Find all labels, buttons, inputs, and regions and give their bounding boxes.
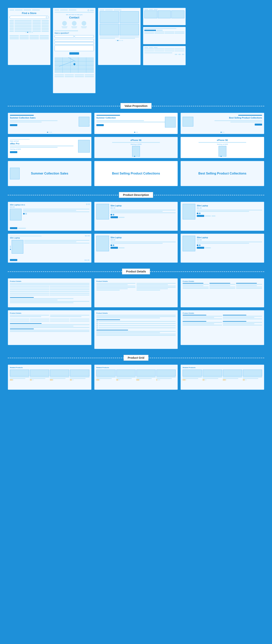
detail-title-1: Product Details xyxy=(10,280,89,282)
xmac-pro-title: xMac Pro xyxy=(10,142,89,145)
product-thumb-2 xyxy=(30,370,49,376)
price-badge-1: $14.99 xyxy=(85,235,90,237)
related-products-title-1: Related Products xyxy=(10,367,89,368)
xphone-se-title-2: xPhone SE xyxy=(183,139,262,141)
cta-button-1[interactable] xyxy=(10,124,17,126)
product-grid-divider: Product Grid xyxy=(4,355,268,361)
related-products-card-3: Related Products xyxy=(180,364,264,390)
vp-row-2: New arrival xMac Pro Starting at $299 xP… xyxy=(8,137,264,158)
vp-row-3: Summer Collection Sales Best Selling Pro… xyxy=(8,161,264,186)
vp-row-1: Summer Collection Sales › ‹ Summer Colle… xyxy=(8,113,264,134)
contact-card: We are here to help you Contact xyxy=(53,8,96,93)
detail-card-5: Product Details xyxy=(94,310,178,349)
best-selling-large-title-2: Best Selling Product Collections xyxy=(198,172,246,176)
xphone-image-2 xyxy=(218,146,226,157)
product-details-label: Product Details xyxy=(122,268,150,274)
slim-laptop-small-title: Slim Laptop xyxy=(10,237,89,239)
det-row-2: Product Details xyxy=(8,310,264,349)
product-thumb-1 xyxy=(10,370,29,376)
cta-button-2[interactable] xyxy=(96,124,104,126)
product-image-2 xyxy=(165,117,176,128)
best-selling-large-card-2: Best Selling Product Collections xyxy=(180,161,264,186)
xphone-se-card-1: xPhone SE Starting at $399 xyxy=(94,137,178,158)
pd-row-2: $14.99 Slim Laptop xyxy=(8,234,264,263)
product-details-divider: Product Details xyxy=(4,268,268,274)
summer-sales-large-card: Summer Collection Sales xyxy=(8,161,92,186)
value-proposition-section: Summer Collection Sales › ‹ Summer Colle… xyxy=(4,113,268,186)
slim-laptop-right-title-1: Slim Laptop xyxy=(197,205,262,207)
xphone-image-1 xyxy=(132,146,140,157)
next-chevron-1[interactable]: › xyxy=(89,122,90,125)
search-bar[interactable] xyxy=(10,16,49,19)
laptop-right-image-1 xyxy=(183,204,195,220)
top-wireframes-section: Find a Store xyxy=(4,4,268,97)
product-thumb-9 xyxy=(183,370,202,376)
detail-card-1: Product Details xyxy=(8,278,92,308)
contact-title: Contact xyxy=(54,16,94,19)
best-selling-card-1: Best Selling Product Collections xyxy=(180,113,264,134)
small-card-3 xyxy=(143,46,186,65)
best-selling-large-card-1: Best Selling Product Collections xyxy=(94,161,178,186)
add-to-cart-btn-4[interactable] xyxy=(10,259,17,261)
right-card-stack xyxy=(143,8,186,93)
slim-laptop-right-card-1: Slim Laptop $51.99 xyxy=(180,202,264,231)
product-description-divider: Product Description xyxy=(4,192,268,198)
summer-sales-title-1: Summer Collection Sales xyxy=(10,116,54,119)
slim-laptop-center-card-1: Slim Laptop $51.99 xyxy=(94,202,178,231)
laptop-center-image-1 xyxy=(96,204,109,220)
value-proposition-divider: Value Proposition xyxy=(4,103,268,109)
product-image-3 xyxy=(183,117,193,126)
slim-laptop-center-title-1: Slim Laptop xyxy=(110,205,176,207)
slim-laptop-small-left: $14.99 Slim Laptop xyxy=(8,234,92,263)
detail-card-6: Product Details xyxy=(180,310,264,345)
add-to-cart-btn[interactable] xyxy=(10,227,17,229)
product-description-section: Slim Laptop 2-in-1 $49.99 xyxy=(4,202,268,263)
xphone-se-card-2: xPhone SE Starting at $399 xyxy=(180,137,264,158)
prev-chevron-1[interactable]: ‹ xyxy=(10,122,10,125)
cta-button-3[interactable] xyxy=(255,124,262,126)
product-thumb-7 xyxy=(136,370,156,376)
laptop-small-image xyxy=(12,240,23,254)
product-thumb-3 xyxy=(50,370,69,376)
det-row-1: Product Details xyxy=(8,278,264,308)
add-to-cart-btn-2[interactable] xyxy=(110,216,118,218)
add-to-cart-btn-5[interactable] xyxy=(110,247,118,249)
add-to-cart-btn-3[interactable] xyxy=(197,215,204,217)
summer-collection-sales-card-1: Summer Collection Sales › ‹ xyxy=(8,113,92,134)
detail-title-4: Product Details xyxy=(10,312,89,314)
summer-collection-title-1: Summer Collection xyxy=(96,116,136,119)
detail-card-2: Product Details xyxy=(94,278,178,308)
buy-button-xmac[interactable] xyxy=(10,151,17,153)
detail-title-3: Product Details xyxy=(183,280,262,282)
product-grid-section: Related Products xyxy=(4,364,268,390)
slim-laptop-center-title-2: Slim Laptop xyxy=(110,236,176,239)
find-store-title: Find a Store xyxy=(10,12,49,14)
product-image-1 xyxy=(79,117,89,126)
detail-card-3: Product Details xyxy=(180,278,264,308)
product-thumb-5 xyxy=(96,370,116,376)
slim-laptop-2in1-title: Slim Laptop 2-in-1 xyxy=(10,204,89,206)
detail-title-6: Product Details xyxy=(183,312,262,314)
summer-collection-card-1: Summer Collection xyxy=(94,113,178,134)
small-card-1 xyxy=(143,8,186,25)
submit-button[interactable] xyxy=(69,52,79,54)
value-proposition-label: Value Proposition xyxy=(120,103,152,109)
add-to-cart-btn-6[interactable] xyxy=(197,247,204,249)
product-thumb-6 xyxy=(116,370,136,376)
related-products-card-1: Related Products xyxy=(8,364,92,390)
product-thumb-8 xyxy=(156,370,176,376)
image-placeholder-left xyxy=(10,168,20,179)
related-products-title-3: Related Products xyxy=(183,367,262,368)
pg-row-1: Related Products xyxy=(8,364,264,390)
have-question-label: Have a question? xyxy=(54,32,94,34)
summer-sales-large-title: Summer Collection Sales xyxy=(19,172,80,176)
product-details-section: Product Details xyxy=(4,278,268,349)
product-grid-top-card xyxy=(98,8,141,65)
product-grid-label: Product Grid xyxy=(124,355,148,361)
laptop-right-image-2 xyxy=(183,236,195,251)
best-selling-large-title-1: Best Selling Product Collections xyxy=(112,172,160,176)
product-description-label: Product Description xyxy=(119,192,153,198)
slim-laptop-center-card-2: Slim Laptop $34.99 xyxy=(94,234,178,263)
slim-laptop-right-card-2: Slim Laptop $34.99 xyxy=(180,234,264,263)
main-container: Find a Store xyxy=(0,0,272,404)
